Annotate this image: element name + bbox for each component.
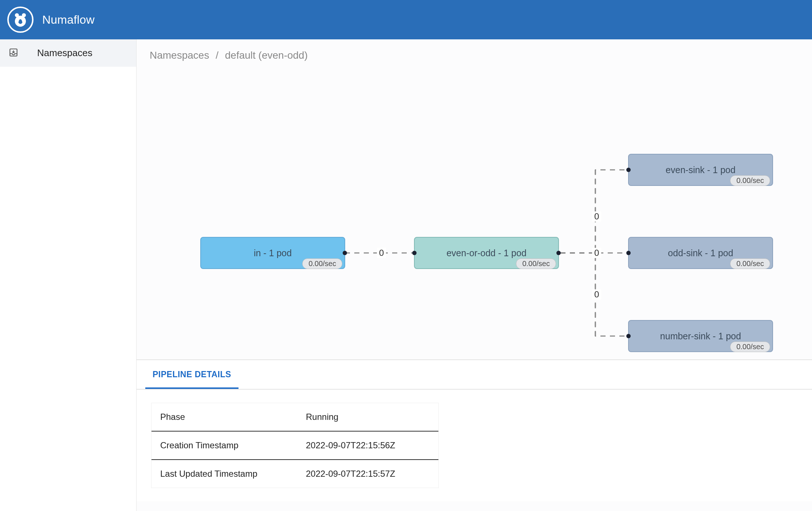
graph-node-even-or-odd[interactable]: even-or-odd - 1 pod 0.00/sec [414,237,559,269]
inbox-down-icon [9,48,18,59]
graph-node-odd-sink[interactable]: odd-sink - 1 pod 0.00/sec [628,237,773,269]
graph-node-in[interactable]: in - 1 pod 0.00/sec [200,237,345,269]
topbar: Numaflow [0,0,812,39]
details-body: Phase Running Creation Timestamp 2022-09… [137,390,812,501]
tab-row: PIPELINE DETAILS [137,360,812,390]
node-label: even-or-odd - 1 pod [446,248,527,258]
content: Namespaces / default (even-odd) 0 0 0 [137,39,812,511]
detail-key: Phase [160,412,306,422]
details-panel: PIPELINE DETAILS Phase Running Creation … [137,359,812,501]
edge-label: 0 [592,211,601,222]
tab-pipeline-details[interactable]: PIPELINE DETAILS [145,360,239,389]
detail-key: Last Updated Timestamp [160,469,306,479]
node-rate-badge: 0.00/sec [730,175,770,186]
sidebar: Namespaces [0,39,137,511]
edges-layer [137,71,812,359]
detail-value: 2022-09-07T22:15:56Z [306,440,430,450]
breadcrumb-root[interactable]: Namespaces [150,50,209,61]
node-label: even-sink - 1 pod [666,165,736,175]
port-out[interactable] [556,251,561,255]
graph-node-even-sink[interactable]: even-sink - 1 pod 0.00/sec [628,154,773,186]
breadcrumb-separator: / [216,50,218,61]
edge-label: 0 [592,289,601,300]
node-rate-badge: 0.00/sec [730,258,770,269]
node-label: odd-sink - 1 pod [668,248,733,258]
logo[interactable]: Numaflow [7,7,95,33]
port-in[interactable] [626,334,631,338]
app-logo-icon [7,7,33,33]
table-row: Phase Running [151,403,438,432]
detail-value: 2022-09-07T22:15:57Z [306,469,430,479]
breadcrumb-current: default (even-odd) [225,50,308,61]
sidebar-item-namespaces[interactable]: Namespaces [0,39,136,67]
port-in[interactable] [626,251,631,255]
port-in[interactable] [412,251,417,255]
breadcrumb: Namespaces / default (even-odd) [137,39,812,71]
sidebar-item-label: Namespaces [37,47,92,59]
port-in[interactable] [626,168,631,172]
node-rate-badge: 0.00/sec [730,342,770,352]
details-table: Phase Running Creation Timestamp 2022-09… [151,403,439,488]
app-title: Numaflow [42,13,95,27]
edge-label: 0 [592,248,601,258]
pipeline-graph[interactable]: 0 0 0 0 in - 1 pod 0.00/sec even-or-odd … [137,71,812,359]
port-out[interactable] [343,251,347,255]
edge-label: 0 [377,248,386,258]
node-label: in - 1 pod [254,248,292,258]
node-rate-badge: 0.00/sec [302,258,342,269]
detail-value: Running [306,412,430,422]
node-rate-badge: 0.00/sec [516,258,556,269]
graph-node-number-sink[interactable]: number-sink - 1 pod 0.00/sec [628,320,773,352]
table-row: Last Updated Timestamp 2022-09-07T22:15:… [151,460,438,488]
detail-key: Creation Timestamp [160,440,306,450]
bear-icon [12,12,28,28]
table-row: Creation Timestamp 2022-09-07T22:15:56Z [151,432,438,460]
node-label: number-sink - 1 pod [660,331,741,342]
